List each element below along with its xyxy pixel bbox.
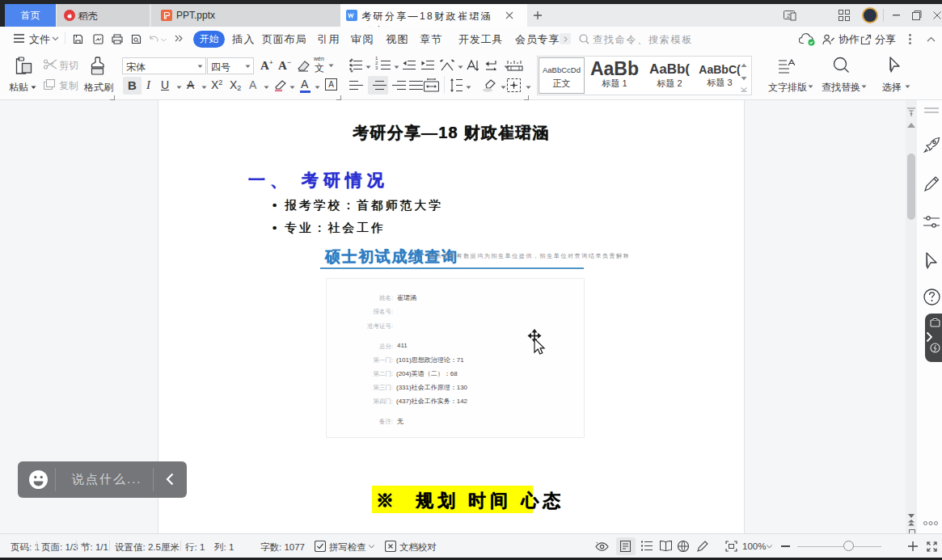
svg-text:2: 2 xyxy=(787,12,791,19)
